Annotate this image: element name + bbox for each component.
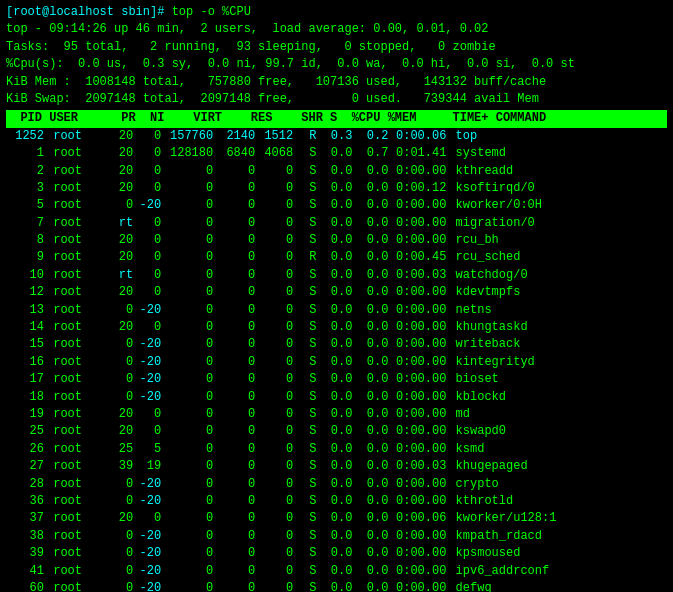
pr-cell: rt — [105, 215, 133, 232]
pr-cell: 0 — [105, 545, 133, 562]
cpu-line: %Cpu(s): 0.0 us, 0.3 sy, 0.0 ni, 99.7 id… — [6, 56, 667, 73]
table-row: 10 root rt0000 S0.00.00:00.03 watchdog/0 — [6, 267, 667, 284]
time-cell: 0:00.00 — [388, 563, 446, 580]
mem-cell: 0.0 — [352, 302, 388, 319]
s-cell: S — [300, 284, 316, 301]
cmd-cell: netns — [456, 302, 492, 319]
shr-cell: 0 — [255, 163, 293, 180]
prompt-line: [root@localhost sbin]# top -o %CPU — [6, 4, 667, 21]
table-row: 1 root 20012818068404068 S0.00.70:01.41 … — [6, 145, 667, 162]
s-cell: S — [300, 302, 316, 319]
s-cell: S — [300, 215, 316, 232]
cmd-cell: kmpath_rdacd — [456, 528, 542, 545]
time-cell: 0:00.00 — [388, 389, 446, 406]
user-cell: root — [53, 145, 105, 162]
cmd-cell: ipv6_addrconf — [456, 563, 550, 580]
cmd-cell: md — [456, 406, 470, 423]
shr-cell: 0 — [255, 580, 293, 592]
virt-cell: 0 — [161, 528, 213, 545]
pid-cell: 37 — [6, 510, 44, 527]
virt-cell: 0 — [161, 510, 213, 527]
pr-cell: 0 — [105, 528, 133, 545]
virt-cell: 0 — [161, 319, 213, 336]
ni-cell: 0 — [133, 510, 161, 527]
virt-cell: 128180 — [161, 145, 213, 162]
pr-cell: 20 — [105, 284, 133, 301]
pid-cell: 38 — [6, 528, 44, 545]
cpu-cell: 0.0 — [316, 510, 352, 527]
shr-cell: 0 — [255, 180, 293, 197]
cpu-cell: 0.0 — [316, 493, 352, 510]
pid-cell: 9 — [6, 249, 44, 266]
time-cell: 0:00.00 — [388, 406, 446, 423]
s-cell: S — [300, 528, 316, 545]
cpu-cell: 0.0 — [316, 180, 352, 197]
res-cell: 0 — [213, 563, 255, 580]
table-row: 60 root 0-20000 S0.00.00:00.00 defwq — [6, 580, 667, 592]
virt-cell: 0 — [161, 180, 213, 197]
virt-cell: 0 — [161, 493, 213, 510]
ni-cell: 0 — [133, 267, 161, 284]
cpu-cell: 0.0 — [316, 284, 352, 301]
cpu-cell: 0.3 — [316, 128, 352, 145]
s-cell: S — [300, 336, 316, 353]
mem-cell: 0.0 — [352, 319, 388, 336]
s-cell: S — [300, 441, 316, 458]
table-row: 36 root 0-20000 S0.00.00:00.00 kthrotld — [6, 493, 667, 510]
cpu-cell: 0.0 — [316, 458, 352, 475]
user-cell: root — [53, 284, 105, 301]
cpu-cell: 0.0 — [316, 215, 352, 232]
cmd-cell: systemd — [456, 145, 506, 162]
pid-cell: 25 — [6, 423, 44, 440]
cpu-cell: 0.0 — [316, 580, 352, 592]
table-row: 5 root 0-20000 S0.00.00:00.00 kworker/0:… — [6, 197, 667, 214]
user-cell: root — [53, 302, 105, 319]
mem-cell: 0.0 — [352, 510, 388, 527]
s-cell: S — [300, 406, 316, 423]
time-cell: 0:00.00 — [388, 215, 446, 232]
s-cell: S — [300, 197, 316, 214]
table-row: 17 root 0-20000 S0.00.00:00.00 bioset — [6, 371, 667, 388]
virt-cell: 0 — [161, 232, 213, 249]
res-cell: 0 — [213, 371, 255, 388]
mem-cell: 0.0 — [352, 249, 388, 266]
pr-cell: 0 — [105, 476, 133, 493]
pr-cell: 20 — [105, 249, 133, 266]
cpu-cell: 0.0 — [316, 145, 352, 162]
res-cell: 0 — [213, 249, 255, 266]
table-row: 39 root 0-20000 S0.00.00:00.00 kpsmoused — [6, 545, 667, 562]
table-row: 12 root 200000 S0.00.00:00.00 kdevtmpfs — [6, 284, 667, 301]
cpu-cell: 0.0 — [316, 232, 352, 249]
ni-cell: 0 — [133, 319, 161, 336]
pid-cell: 39 — [6, 545, 44, 562]
shr-cell: 0 — [255, 545, 293, 562]
virt-cell: 0 — [161, 563, 213, 580]
cpu-cell: 0.0 — [316, 249, 352, 266]
prompt-user: [root@localhost sbin]# — [6, 5, 164, 19]
pid-cell: 14 — [6, 319, 44, 336]
shr-cell: 0 — [255, 458, 293, 475]
shr-cell: 0 — [255, 371, 293, 388]
swap-line: KiB Swap: 2097148 total, 2097148 free, 0… — [6, 91, 667, 108]
ni-cell: -20 — [133, 197, 161, 214]
mem-cell: 0.0 — [352, 423, 388, 440]
s-cell: S — [300, 389, 316, 406]
res-cell: 0 — [213, 284, 255, 301]
user-cell: root — [53, 197, 105, 214]
pr-cell: 0 — [105, 389, 133, 406]
cpu-cell: 0.0 — [316, 267, 352, 284]
s-cell: S — [300, 145, 316, 162]
table-row: 38 root 0-20000 S0.00.00:00.00 kmpath_rd… — [6, 528, 667, 545]
s-cell: S — [300, 371, 316, 388]
cmd-cell: writeback — [456, 336, 521, 353]
user-cell: root — [53, 493, 105, 510]
shr-cell: 0 — [255, 249, 293, 266]
ni-cell: 0 — [133, 423, 161, 440]
cmd-cell: bioset — [456, 371, 499, 388]
cpu-cell: 0.0 — [316, 302, 352, 319]
mem-cell: 0.0 — [352, 163, 388, 180]
virt-cell: 0 — [161, 371, 213, 388]
table-row: 26 root 255000 S0.00.00:00.00 ksmd — [6, 441, 667, 458]
pid-cell: 3 — [6, 180, 44, 197]
shr-cell: 0 — [255, 267, 293, 284]
